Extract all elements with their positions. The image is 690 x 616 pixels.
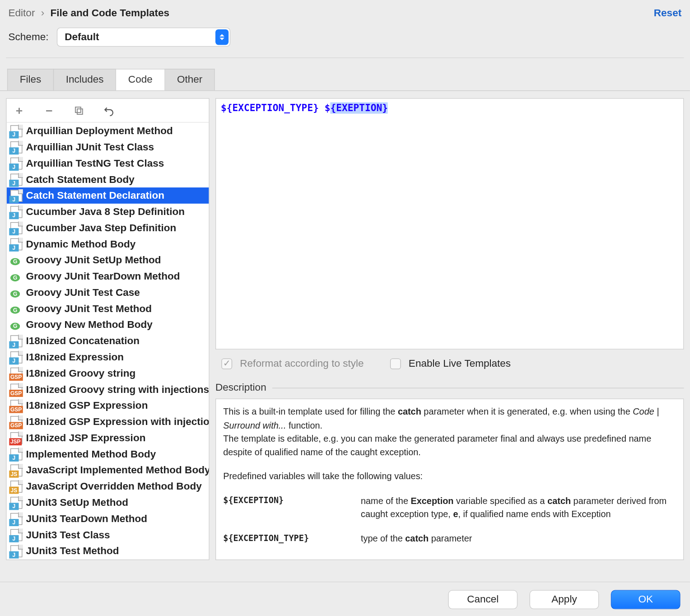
template-item-label: JUnit3 Test Class (26, 529, 110, 541)
svg-rect-0 (77, 108, 83, 114)
template-item[interactable]: GSPI18nized Groovy string (7, 365, 209, 381)
template-item[interactable]: JJUnit3 Test Class (7, 527, 209, 543)
template-item[interactable]: JArquillian JUnit Test Class (7, 139, 209, 155)
template-item[interactable]: JJUnit3 TearDown Method (7, 510, 209, 527)
variable-row: ${EXCEPTION_TYPE}type of the catch param… (223, 532, 676, 545)
template-item[interactable]: JCatch Statement Body (7, 171, 209, 187)
apply-button[interactable]: Apply (530, 590, 599, 609)
template-item[interactable]: GGroovy JUnit TearDown Method (7, 268, 209, 285)
template-item-label: I18nized GSP Expression (26, 399, 148, 411)
template-item[interactable]: JJUnit3 Test Method (7, 543, 209, 559)
tabs: FilesIncludesCodeOther (0, 69, 690, 90)
description-box: This is a built-in template used for fil… (215, 398, 684, 560)
ok-button[interactable]: OK (611, 590, 681, 609)
j-file-icon: J (10, 238, 23, 250)
template-item-label: Cucumber Java Step Definition (26, 222, 176, 234)
scheme-select[interactable]: Default (57, 28, 230, 47)
template-code-editor[interactable]: ${EXCEPTION_TYPE} ${EXEPTION} (215, 98, 684, 350)
revert-icon[interactable] (103, 104, 116, 117)
template-item[interactable]: JCucumber Java 8 Step Definition (7, 204, 209, 220)
reformat-checkbox-label: Reformat according to style (240, 358, 364, 370)
template-item[interactable]: GGroovy JUnit SetUp Method (7, 252, 209, 268)
template-item[interactable]: GGroovy JUnit Test Case (7, 284, 209, 300)
template-item-label: Arquillian Deployment Method (26, 125, 172, 137)
template-item[interactable]: GSPI18nized Groovy string with injection… (7, 381, 209, 397)
j-file-icon: J (10, 157, 23, 169)
template-item[interactable]: JCucumber Java Step Definition (7, 219, 209, 236)
template-item[interactable]: JArquillian Deployment Method (7, 123, 209, 139)
template-item-label: JUnit3 SetUp Method (26, 496, 128, 509)
template-item[interactable]: JDynamic Method Body (7, 236, 209, 252)
template-item-label: Groovy JUnit SetUp Method (26, 254, 161, 266)
template-item[interactable]: JImplemented Method Body (7, 446, 209, 462)
g-file-icon: G (10, 254, 23, 266)
description-title: Description (215, 382, 266, 394)
js-file-icon: JS (10, 464, 23, 476)
breadcrumb-current: File and Code Templates (50, 7, 169, 19)
g-file-icon: G (10, 303, 23, 315)
template-item[interactable]: JJUnit3 SetUp Method (7, 494, 209, 510)
description-paragraph: Predefined variables will take the follo… (223, 470, 676, 483)
template-item-label: Groovy New Method Body (26, 319, 152, 331)
scheme-stepper-icon[interactable] (215, 29, 228, 45)
js-file-icon: JS (10, 480, 23, 492)
template-item[interactable]: GGroovy New Method Body (7, 317, 209, 333)
g-file-icon: G (10, 270, 23, 282)
template-item-label: Arquillian JUnit Test Class (26, 141, 154, 153)
template-list[interactable]: JArquillian Deployment MethodJArquillian… (7, 123, 209, 560)
j-file-icon: J (10, 205, 23, 218)
divider (6, 57, 684, 58)
template-item[interactable]: JI18nized Expression (7, 349, 209, 365)
reset-link[interactable]: Reset (654, 7, 681, 19)
j-file-icon: J (10, 189, 23, 201)
template-item-label: Groovy JUnit TearDown Method (26, 270, 180, 282)
template-toolbar (7, 99, 209, 123)
svg-rect-1 (75, 107, 81, 112)
copy-icon[interactable] (72, 104, 85, 117)
live-templates-checkbox-label: Enable Live Templates (409, 358, 511, 370)
tab-code[interactable]: Code (116, 69, 165, 90)
template-item[interactable]: JSJavaScript Overridden Method Body (7, 478, 209, 495)
template-item[interactable]: GGroovy JUnit Test Method (7, 300, 209, 317)
template-item-label: I18nized GSP Expression with injections (26, 415, 209, 428)
j-file-icon: J (10, 513, 23, 525)
template-item-label: JavaScript Overridden Method Body (26, 480, 201, 492)
template-item[interactable]: JCatch Statement Declaration (7, 187, 209, 204)
description-paragraph: The template is editable, e.g. you can m… (223, 432, 676, 459)
live-templates-checkbox[interactable]: Enable Live Templates (387, 357, 511, 371)
template-item-label: I18nized Expression (26, 351, 124, 363)
template-item-label: Catch Statement Declaration (26, 189, 164, 201)
remove-icon[interactable] (42, 104, 56, 117)
variable-row: ${EXCEPTION}name of the Exception variab… (223, 494, 676, 521)
template-item[interactable]: JArquillian TestNG Test Class (7, 155, 209, 171)
gsp-file-icon: GSP (10, 383, 23, 396)
j-file-icon: J (10, 351, 23, 363)
template-item-label: I18nized Groovy string (26, 367, 135, 379)
template-item-label: Catch Statement Body (26, 173, 134, 186)
tab-other[interactable]: Other (164, 69, 215, 90)
tab-files[interactable]: Files (7, 69, 54, 90)
template-item-label: JavaScript Implemented Method Body (26, 464, 209, 476)
add-icon[interactable] (13, 104, 26, 117)
j-file-icon: J (10, 545, 23, 557)
template-item[interactable]: JSPI18nized JSP Expression (7, 429, 209, 446)
tab-includes[interactable]: Includes (53, 69, 117, 90)
breadcrumb-sep: › (41, 7, 45, 19)
template-item[interactable]: JSJavaScript Implemented Method Body (7, 462, 209, 478)
cancel-button[interactable]: Cancel (448, 590, 518, 609)
template-item[interactable]: JI18nized Concatenation (7, 333, 209, 349)
scheme-value: Default (65, 31, 99, 43)
breadcrumb-parent[interactable]: Editor (9, 7, 35, 19)
g-file-icon: G (10, 286, 23, 299)
template-item[interactable]: GSPI18nized GSP Expression with injectio… (7, 414, 209, 430)
scheme-label: Scheme: (9, 31, 49, 43)
jsp-file-icon: JSP (10, 432, 23, 444)
live-templates-checkbox-input[interactable] (390, 359, 401, 369)
template-item-label: I18nized JSP Expression (26, 432, 145, 444)
j-file-icon: J (10, 448, 23, 460)
template-item-label: I18nized Concatenation (26, 335, 140, 347)
template-item[interactable]: GSPI18nized GSP Expression (7, 397, 209, 414)
j-file-icon: J (10, 335, 23, 347)
template-item-label: Groovy JUnit Test Method (26, 303, 152, 315)
g-file-icon: G (10, 319, 23, 331)
